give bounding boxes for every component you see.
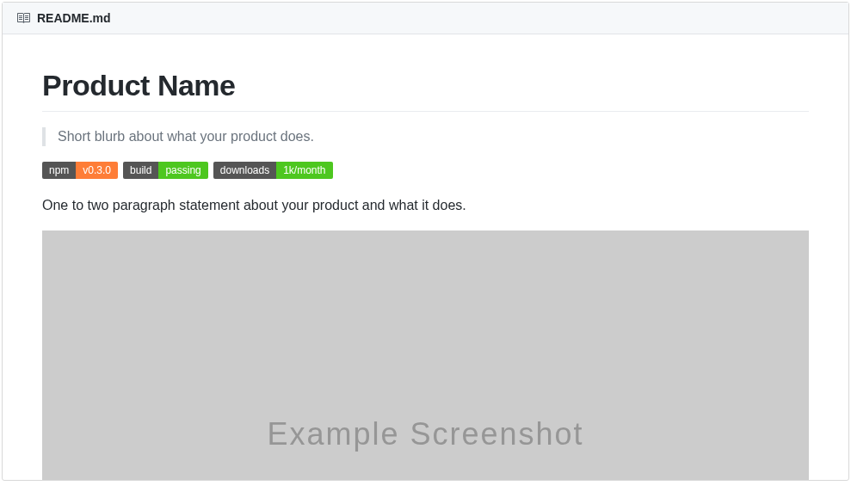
book-icon <box>16 11 30 25</box>
blurb-text: Short blurb about what your product does… <box>58 129 797 144</box>
readme-content: Product Name Short blurb about what your… <box>3 34 848 480</box>
badge-value: 1k/month <box>276 162 332 179</box>
readme-panel: README.md Product Name Short blurb about… <box>2 2 849 481</box>
badge-downloads[interactable]: downloads 1k/month <box>213 162 333 179</box>
screenshot-placeholder: Example Screenshot <box>42 230 809 480</box>
blurb-block: Short blurb about what your product does… <box>42 127 809 146</box>
readme-filename: README.md <box>37 11 111 25</box>
readme-header: README.md <box>3 3 848 34</box>
badge-value: v0.3.0 <box>76 162 118 179</box>
badge-npm[interactable]: npm v0.3.0 <box>42 162 118 179</box>
badge-label: downloads <box>213 162 276 179</box>
badge-build[interactable]: build passing <box>123 162 208 179</box>
product-title: Product Name <box>42 69 809 112</box>
badge-label: build <box>123 162 158 179</box>
badges-row: npm v0.3.0 build passing downloads 1k/mo… <box>42 162 809 179</box>
product-description: One to two paragraph statement about you… <box>42 198 809 213</box>
badge-value: passing <box>158 162 207 179</box>
badge-label: npm <box>42 162 76 179</box>
screenshot-caption: Example Screenshot <box>267 416 583 452</box>
